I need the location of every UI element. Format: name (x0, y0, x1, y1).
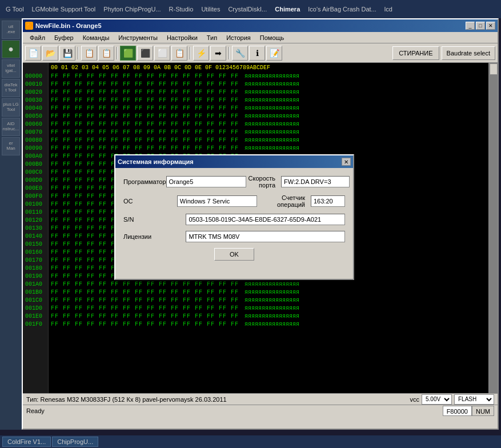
tool-white[interactable]: ⬜ (154, 46, 170, 61)
title-bar: 🔶 NewFile.bin - Orange5 _ □ ✕ (23, 19, 498, 32)
taskbar-item-rstudio[interactable]: R-Studio (166, 5, 197, 14)
sidebar-icon-2[interactable]: ● (2, 40, 20, 58)
os-input[interactable] (177, 195, 257, 207)
taskbar-item-phyton[interactable]: Phyton ChipProgU... (100, 5, 164, 14)
new-button[interactable]: 📄 (25, 46, 41, 61)
sidebar-icon-3[interactable]: viteligat... (2, 59, 20, 78)
menu-instruments[interactable]: Инструменты (114, 33, 162, 42)
hex-address: 00030 (23, 97, 48, 105)
taskbar-bottom-coldfire[interactable]: ColdFire V1... (2, 437, 51, 447)
tool-arrow[interactable]: ➡ (210, 46, 226, 61)
hex-scrollbar[interactable] (488, 63, 498, 398)
tool-green[interactable]: 🟩 (120, 46, 136, 61)
copy-button[interactable]: 📋 (81, 46, 97, 61)
system-info-dialog[interactable]: Системная информация ✕ Программатор Скор… (114, 154, 354, 280)
hex-address: 00150 (23, 241, 48, 249)
menu-file[interactable]: Файл (25, 33, 50, 42)
hex-address: 000C0 (23, 169, 48, 177)
vcc-select[interactable]: 5.00V 3.30V (422, 394, 452, 405)
menu-help[interactable]: Помощь (255, 33, 289, 42)
modal-title: Системная информация (118, 158, 194, 165)
table-row: FF FF FF FF FF FF FF FF FF FF FF FF FF F… (51, 113, 486, 121)
taskbar-top: G Tool LGMobile Support Tool Phyton Chip… (0, 0, 501, 18)
license-input[interactable] (186, 231, 345, 242)
type-text: Тип: Renesas M32 M30833FJ (512 Кх 8) pav… (26, 396, 410, 403)
tool-lightning[interactable]: ⚡ (193, 46, 209, 61)
hex-address: 00090 (23, 145, 48, 153)
table-row: FF FF FF FF FF FF FF FF FF FF FF FF FF F… (51, 137, 486, 145)
tool-info[interactable]: ℹ (249, 46, 265, 61)
open-button[interactable]: 📂 (42, 46, 58, 61)
sidebar-icon-4[interactable]: diaTekt Tool (2, 79, 20, 97)
minimize-button[interactable]: _ (466, 22, 475, 30)
ready-bar: Ready F80000 NUM (23, 405, 498, 416)
hex-address: 00100 (23, 201, 48, 209)
menu-commands[interactable]: Команды (78, 33, 114, 42)
tool-doc[interactable]: 📝 (266, 46, 282, 61)
modal-license-row: Лицензии (123, 231, 345, 242)
hex-address: 001F0 (23, 321, 48, 329)
sidebar-icon-1[interactable]: uit.exe (2, 21, 20, 39)
hex-address: 00180 (23, 265, 48, 273)
hex-address: 001E0 (23, 313, 48, 321)
modal-programmer-row: Программатор Скорость порта (123, 175, 345, 189)
sidebar-icon-7[interactable]: erMan (2, 137, 20, 155)
left-sidebar: uit.exe ● viteligat... diaTekt Tool plus… (0, 18, 22, 430)
table-row: FF FF FF FF FF FF FF FF FF FF FF FF FF F… (51, 97, 486, 105)
taskbar-item-gtool[interactable]: G Tool (2, 5, 27, 14)
taskbar-item-chimera[interactable]: Chimera (271, 5, 303, 14)
tool-clipboard[interactable]: 📋 (171, 46, 187, 61)
menu-settings[interactable]: Настройки (162, 33, 202, 42)
taskbar-item-lcd[interactable]: lcd (381, 5, 396, 14)
hex-address: 00170 (23, 257, 48, 265)
menu-history[interactable]: История (222, 33, 255, 42)
toolbar-sep-3 (190, 47, 191, 59)
tool-settings[interactable]: 🔧 (232, 46, 248, 61)
modal-speed-label: Скорость порта (249, 175, 279, 189)
programmer-label: Программатор (123, 178, 166, 185)
taskbar-bottom-chipprog[interactable]: ChipProgU... (52, 437, 98, 447)
taskbar-item-airbag[interactable]: Ico's AirBag Crash Dat... (304, 5, 379, 14)
app-icon: 🔶 (25, 22, 33, 30)
flash-select[interactable]: FLASH EEPROM (454, 394, 494, 405)
modal-title-bar: Системная информация ✕ (115, 155, 353, 168)
modal-ok-button[interactable]: OK (214, 248, 254, 261)
hex-address: 000F0 (23, 193, 48, 201)
hex-address: 00160 (23, 249, 48, 257)
table-row: FF FF FF FF FF FF FF FF FF FF FF FF FF F… (51, 313, 486, 321)
table-row: FF FF FF FF FF FF FF FF FF FF FF FF FF F… (51, 321, 486, 329)
hex-address: 00190 (23, 273, 48, 281)
programmer-input[interactable] (166, 176, 246, 187)
modal-ok-row: OK (123, 248, 345, 261)
hex-address: 000D0 (23, 177, 48, 185)
tool-gray[interactable]: ⬛ (137, 46, 153, 61)
counter-input[interactable] (311, 195, 345, 207)
table-row: FF FF FF FF FF FF FF FF FF FF FF FF FF F… (51, 81, 486, 89)
sn-input[interactable] (186, 214, 345, 225)
taskbar-item-utilites[interactable]: Utilites (198, 5, 223, 14)
menu-type[interactable]: Тип (202, 33, 222, 42)
close-button[interactable]: ✕ (486, 22, 495, 30)
sidebar-icon-5[interactable]: plus LGTool (2, 98, 20, 117)
toolbar-sep-4 (229, 47, 230, 59)
table-row: FF FF FF FF FF FF FF FF FF FF FF FF FF F… (51, 73, 486, 81)
hex-scroll-thumb[interactable] (490, 63, 498, 75)
baud-button[interactable]: Baudrate select (442, 46, 495, 60)
sn-label: S/N (123, 216, 186, 223)
hex-address: 00020 (23, 89, 48, 97)
maximize-button[interactable]: □ (476, 22, 485, 30)
hex-address: 00050 (23, 113, 48, 121)
stir-button[interactable]: СТИРАНИЕ (392, 46, 439, 60)
menu-bar: Файл Буфер Команды Инструменты Настройки… (23, 32, 498, 43)
sidebar-icon-6[interactable]: AIDnstruc... (2, 118, 20, 136)
modal-close-button[interactable]: ✕ (342, 158, 351, 166)
speed-input[interactable] (281, 176, 350, 187)
hex-address: 00120 (23, 217, 48, 225)
menu-buffer[interactable]: Буфер (50, 33, 78, 42)
taskbar-item-crystal[interactable]: CrystalDiskI... (225, 5, 270, 14)
table-row: FF FF FF FF FF FF FF FF FF FF FF FF FF F… (51, 281, 486, 289)
taskbar-item-lgmobile[interactable]: LGMobile Support Tool (29, 5, 99, 14)
save-button[interactable]: 💾 (59, 46, 75, 61)
paste-button[interactable]: 📋 (98, 46, 114, 61)
hex-header: 00 01 02 03 04 05 06 07 08 09 0A 0B 0C 0… (51, 64, 486, 72)
